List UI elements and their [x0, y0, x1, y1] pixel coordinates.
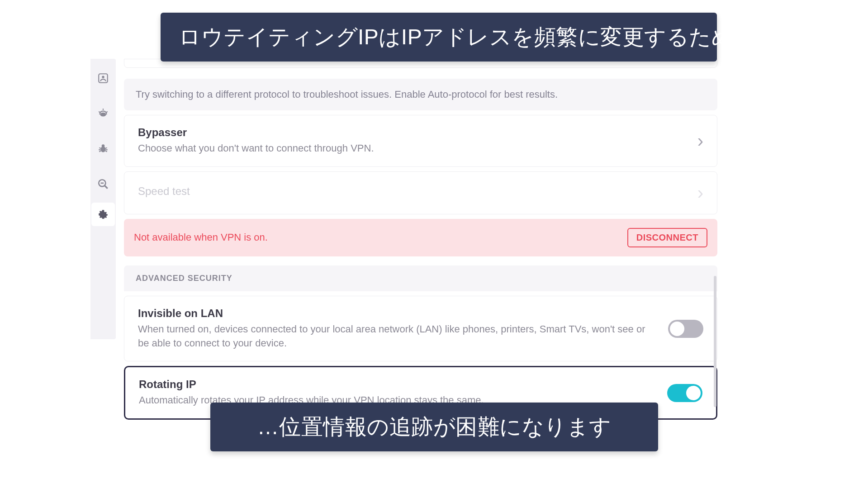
bypasser-title: Bypasser	[138, 126, 697, 139]
rotating-ip-toggle[interactable]	[667, 384, 702, 402]
svg-point-7	[102, 144, 105, 147]
bug-icon	[97, 143, 109, 155]
svg-point-1	[102, 76, 104, 78]
protocol-tip-text: Try switching to a different protocol to…	[136, 89, 558, 100]
svg-point-2	[100, 113, 106, 117]
invisible-lan-title: Invisible on LAN	[138, 307, 650, 320]
scrollbar-thumb[interactable]	[714, 276, 716, 407]
sidebar-item-settings[interactable]	[91, 203, 115, 226]
gear-icon	[97, 208, 109, 220]
chevron-right-icon: ›	[697, 183, 703, 203]
svg-line-4	[106, 112, 108, 113]
bypasser-desc: Choose what you don't want to connect th…	[138, 142, 697, 156]
bypasser-row[interactable]: Bypasser Choose what you don't want to c…	[124, 115, 717, 167]
speed-test-title: Speed test	[138, 185, 697, 198]
vpn-on-alert: Not available when VPN is on. DISCONNECT	[124, 219, 717, 256]
svg-line-15	[104, 185, 108, 189]
sidebar-item-alerts[interactable]	[90, 96, 116, 131]
settings-panel: Try switching to a different protocol to…	[124, 59, 717, 424]
search-minus-icon	[97, 178, 109, 190]
rotating-ip-title: Rotating IP	[139, 378, 649, 391]
speed-test-row: Speed test ›	[124, 171, 717, 214]
invisible-lan-toggle[interactable]	[668, 320, 703, 338]
annotation-banner-bottom: …位置情報の追跡が困難になります	[210, 403, 658, 451]
sidebar-item-search[interactable]	[90, 166, 116, 202]
svg-line-11	[105, 151, 107, 152]
annotation-banner-top: ロウテイティングIPはIPアドレスを頻繁に変更するため…	[161, 13, 717, 62]
account-icon	[97, 72, 109, 84]
invisible-lan-desc: When turned on, devices connected to you…	[138, 322, 650, 351]
sidebar-item-bug[interactable]	[90, 131, 116, 166]
sidebar-item-account[interactable]	[90, 61, 116, 96]
advanced-security-header: ADVANCED SECURITY	[124, 265, 717, 291]
annotation-top-text: ロウテイティングIPはIPアドレスを頻繁に変更するため…	[179, 25, 756, 49]
svg-line-3	[99, 112, 100, 113]
disconnect-button[interactable]: DISCONNECT	[627, 228, 707, 247]
alert-icon	[97, 108, 109, 119]
protocol-tip: Try switching to a different protocol to…	[124, 79, 717, 110]
alert-text: Not available when VPN is on.	[134, 232, 268, 243]
svg-line-8	[99, 148, 101, 148]
sidebar	[90, 59, 116, 339]
annotation-bottom-text: …位置情報の追跡が困難になります	[257, 415, 612, 439]
svg-line-9	[105, 148, 107, 148]
invisible-lan-row: Invisible on LAN When turned on, devices…	[124, 296, 717, 362]
svg-line-10	[99, 151, 101, 152]
chevron-right-icon: ›	[697, 131, 703, 151]
